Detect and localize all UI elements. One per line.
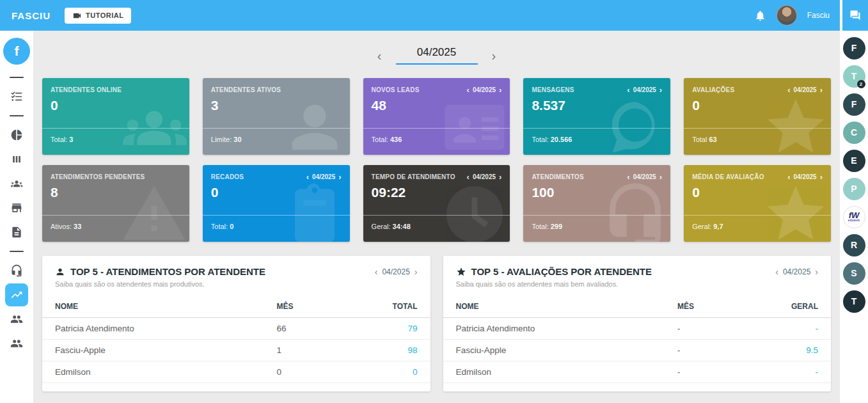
prev-month-icon[interactable]: ‹	[306, 174, 309, 180]
prev-month-icon[interactable]: ‹	[375, 49, 384, 62]
card-value: 8	[42, 180, 189, 200]
sidebar-divider	[10, 115, 24, 116]
contact-avatar-e[interactable]: E	[843, 146, 865, 175]
user-avatar[interactable]	[777, 5, 797, 26]
stat-card-atendimentos: ATENDIMENTOS ‹ 04/2025 › 100 Total: 299	[523, 165, 670, 242]
contact-avatar-t[interactable]: T 2	[843, 62, 865, 90]
prev-month-icon[interactable]: ‹	[775, 267, 778, 276]
contact-avatar-t[interactable]: T	[843, 287, 865, 315]
card-divider	[684, 128, 831, 129]
cell-total: -	[767, 324, 818, 333]
card-divider	[523, 128, 670, 129]
card-month-nav: ‹ 04/2025 ›	[627, 173, 662, 180]
card-footer: Total: 299	[532, 223, 562, 230]
prev-month-icon[interactable]: ‹	[787, 87, 790, 93]
prev-month-icon[interactable]: ‹	[375, 267, 378, 276]
next-month-icon[interactable]: ›	[489, 49, 499, 62]
table-row: Edmilson - -	[443, 361, 832, 383]
prev-month-icon[interactable]: ‹	[787, 174, 790, 180]
chat-panel-button[interactable]	[842, 0, 868, 31]
month-navigator: ‹ 04/2025 ›	[42, 46, 831, 65]
month-input[interactable]: 04/2025	[396, 46, 478, 65]
next-month-icon[interactable]: ›	[499, 174, 501, 180]
top-bar: FASCIU TUTORIAL Fasciu	[0, 0, 868, 31]
contact-avatar-fw[interactable]: fW eduweb	[843, 203, 865, 231]
sidebar-item-people[interactable]	[5, 308, 28, 331]
contact-avatar-f[interactable]: F	[843, 90, 865, 118]
stat-card-novos-leads: NOVOS LEADS ‹ 04/2025 › 48 Total: 436	[363, 78, 510, 155]
table-row: Fasciu-Apple 1 98	[42, 340, 430, 361]
card-title: ATENDENTES ONLINE	[51, 86, 122, 93]
card-month-value: 04/2025	[633, 86, 656, 93]
card-title: RECADOS	[211, 173, 244, 180]
cell-name: Edmilson	[456, 367, 678, 377]
contact-avatar-p[interactable]: P	[843, 175, 865, 203]
panel-title: TOP 5 - ATENDIMENTOS POR ATENDENTE	[70, 266, 265, 277]
contact-avatar-f[interactable]: F	[843, 34, 865, 62]
stat-card-mensagens: MENSAGENS ‹ 04/2025 › 8.537 Total: 20.56…	[523, 78, 670, 155]
sidebar-item-people[interactable]	[5, 332, 28, 355]
sidebar-item-headset[interactable]	[5, 259, 28, 282]
avatar-logo-text: fW	[849, 212, 860, 219]
next-month-icon[interactable]: ›	[659, 87, 662, 93]
prev-month-icon[interactable]: ‹	[467, 87, 470, 93]
card-value: 100	[523, 180, 670, 200]
next-month-icon[interactable]: ›	[338, 174, 341, 180]
star-icon	[456, 267, 466, 277]
sidebar-divider	[10, 251, 24, 252]
card-title: NOVOS LEADS	[372, 86, 420, 93]
next-month-icon[interactable]: ›	[414, 267, 418, 276]
app-logo[interactable]: f	[3, 38, 30, 65]
cell-month: -	[677, 345, 767, 355]
card-value: 0	[42, 93, 189, 113]
card-footer: Geral: 9,7	[692, 223, 723, 230]
card-value: 0	[203, 180, 350, 200]
videocam-icon	[72, 11, 82, 20]
tutorial-button[interactable]: TUTORIAL	[65, 8, 131, 24]
checklist-icon	[10, 90, 23, 103]
next-month-icon[interactable]: ›	[659, 174, 662, 180]
next-month-icon[interactable]: ›	[815, 267, 818, 276]
prev-month-icon[interactable]: ‹	[467, 174, 470, 180]
notifications-bell-icon[interactable]	[754, 10, 766, 22]
contact-avatar-r[interactable]: R	[843, 231, 865, 259]
col-header: GERAL	[767, 302, 818, 311]
contact-avatar-c[interactable]: C	[843, 118, 865, 146]
cell-month: -	[677, 367, 767, 377]
sidebar-item-store[interactable]	[5, 196, 28, 219]
left-sidebar: f	[0, 31, 33, 403]
card-title: MÉDIA DE AVALIAÇÃO	[692, 173, 764, 180]
sidebar-item-checklist[interactable]	[5, 85, 28, 108]
card-title: ATENDENTES ATIVOS	[211, 86, 281, 93]
next-month-icon[interactable]: ›	[820, 87, 823, 93]
person-icon	[55, 267, 65, 277]
prev-month-icon[interactable]: ‹	[627, 174, 629, 180]
next-month-icon[interactable]: ›	[820, 174, 823, 180]
panel-month-nav: ‹ 04/2025 ›	[375, 267, 418, 276]
col-header: NOME	[55, 302, 277, 311]
avatar-logo-subtext: eduweb	[848, 219, 860, 222]
card-value: 8.537	[523, 93, 670, 113]
cell-name: Fasciu-Apple	[456, 345, 678, 355]
sidebar-divider	[10, 77, 24, 78]
sidebar-item-trending-up[interactable]	[5, 283, 28, 306]
contact-avatar-s[interactable]: S	[843, 259, 865, 287]
avatar-circle: T	[843, 290, 865, 313]
stat-card-tempo-de-atendimento: TEMPO DE ATENDIMENTO ‹ 04/2025 › 09:22 G…	[363, 165, 510, 242]
table-header-row: NOME MÊS TOTAL	[42, 296, 430, 318]
card-divider	[42, 215, 189, 216]
stat-card-m-dia-de-avalia-o: MÉDIA DE AVALIAÇÃO ‹ 04/2025 › 0 Geral: …	[684, 165, 831, 242]
cell-month: -	[677, 324, 767, 333]
card-month-nav: ‹ 04/2025 ›	[306, 173, 342, 180]
contact-avatar-list: F T 2 F C E P fW eduw	[840, 31, 868, 315]
card-month-nav: ‹ 04/2025 ›	[627, 86, 662, 93]
next-month-icon[interactable]: ›	[499, 87, 501, 93]
panel-month-value: 04/2025	[783, 267, 810, 276]
sidebar-item-pie-chart[interactable]	[5, 123, 28, 146]
prev-month-icon[interactable]: ‹	[627, 87, 629, 93]
table-row: Patricia Atendimento - -	[443, 318, 832, 340]
cell-total: 9.5	[767, 345, 818, 355]
sidebar-item-bar-chart[interactable]	[5, 148, 28, 171]
sidebar-item-document[interactable]	[5, 221, 28, 244]
sidebar-item-people-group[interactable]	[5, 172, 28, 195]
